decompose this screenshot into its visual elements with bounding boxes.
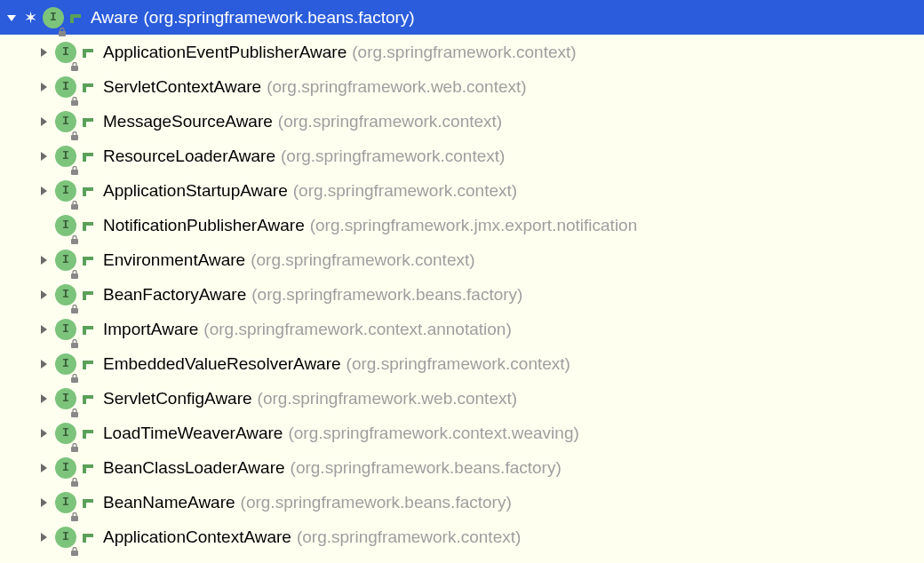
package-name-label: (org.springframework.context.annotation) [203,320,511,339]
tree-child-row[interactable]: IEmbeddedValueResolverAware(org.springfr… [0,346,924,381]
access-icon [80,218,96,234]
class-name-label: BeanNameAware [103,493,235,512]
interface-icon: I [55,42,76,63]
expand-arrow-icon[interactable] [36,116,52,127]
expand-arrow-icon[interactable] [36,47,52,58]
access-icon [80,287,96,303]
package-name-label: (org.springframework.context) [352,43,576,62]
access-icon [80,321,96,337]
interface-icon: I [55,250,76,271]
tree-child-row[interactable]: IBeanClassLoaderAware(org.springframewor… [0,450,924,485]
tree-child-row[interactable]: IBeanNameAware(org.springframework.beans… [0,485,924,519]
tree-child-row[interactable]: IServletConfigAware(org.springframework.… [0,381,924,416]
lock-icon [70,541,79,550]
svg-rect-5 [71,100,78,106]
expand-arrow-icon[interactable] [36,289,52,300]
svg-marker-29 [41,533,47,542]
svg-rect-14 [71,274,78,279]
tree-child-row[interactable]: IImportAware(org.springframework.context… [0,312,924,346]
package-name-label: (org.springframework.beans.factory) [241,493,512,512]
class-name-label: ServletConfigAware [103,389,252,408]
class-name-label: BeanFactoryAware [103,285,246,305]
expand-arrow-icon[interactable] [36,497,52,508]
tree-child-row[interactable]: IApplicationContextAware(org.springframe… [0,519,924,554]
access-icon [80,44,96,60]
expand-arrow-icon[interactable] [36,393,52,404]
expand-arrow-icon[interactable] [36,428,52,439]
tree-child-row[interactable]: IApplicationStartupAware(org.springframe… [0,173,924,208]
lock-icon [70,437,79,446]
lock-icon [70,402,79,411]
interface-icon: I [55,111,76,132]
package-name-label: (org.springframework.context) [281,147,505,166]
svg-rect-22 [71,412,78,417]
class-name-label: ApplicationEventPublisherAware [103,43,346,62]
tree-child-row[interactable]: IMessageSourceAware(org.springframework.… [0,104,924,139]
expand-arrow-icon[interactable] [36,82,52,92]
interface-icon: I [55,388,76,409]
expand-arrow-icon[interactable] [36,324,52,335]
expand-arrow-icon[interactable] [36,151,52,162]
tree-child-row[interactable]: IResourceLoaderAware(org.springframework… [0,139,924,173]
svg-marker-21 [41,394,47,403]
interface-icon: I [43,7,64,28]
interface-icon: I [55,457,76,479]
lock-icon [70,160,79,169]
tree-child-row[interactable]: IApplicationEventPublisherAware(org.spri… [0,35,924,69]
class-name-label: BeanClassLoaderAware [103,458,285,478]
expand-arrow-icon[interactable] [36,463,52,473]
interface-icon: I [55,180,76,202]
svg-marker-2 [41,48,47,57]
access-icon [80,114,96,130]
class-name-label: EmbeddedValueResolverAware [103,354,341,374]
access-icon [80,425,96,441]
expand-arrow-icon[interactable] [36,532,52,543]
access-icon [80,252,96,268]
package-name-label: (org.springframework.beans.factory) [291,458,562,478]
interface-icon: I [55,76,76,98]
svg-rect-11 [71,204,78,210]
class-name-label: NotificationPublisherAware [103,216,305,235]
svg-marker-13 [41,256,47,265]
svg-rect-24 [71,447,78,452]
expand-arrow-icon[interactable] [36,186,52,196]
svg-marker-10 [41,186,47,195]
class-name-label: ApplicationContextAware [103,527,291,547]
class-name-label: EnvironmentAware [103,250,245,270]
expand-arrow-icon[interactable] [36,359,52,369]
access-icon [80,183,96,199]
svg-marker-19 [41,360,47,369]
tree-root-row[interactable]: ✶ I Aware (org.springframework.beans.fac… [0,0,924,35]
class-name-label: ResourceLoaderAware [103,147,275,166]
interface-icon: I [55,423,76,444]
class-name-label: ServletContextAware [103,77,261,97]
tree-child-row[interactable]: ILoadTimeWeaverAware(org.springframework… [0,416,924,450]
svg-marker-4 [41,83,47,91]
tree-child-row[interactable]: IBeanFactoryAware(org.springframework.be… [0,277,924,312]
tree-child-row[interactable]: IServletContextAware(org.springframework… [0,69,924,104]
svg-rect-1 [59,31,66,36]
class-name-label: ImportAware [103,320,198,339]
tree-child-row[interactable]: IEnvironmentAware(org.springframework.co… [0,242,924,277]
svg-rect-20 [71,377,78,383]
children-container: IApplicationEventPublisherAware(org.spri… [0,35,924,554]
lock-icon [70,194,79,203]
lock-icon [70,229,79,238]
expand-arrow-icon[interactable] [4,12,20,23]
lock-icon [70,56,79,65]
svg-marker-15 [41,290,47,299]
svg-marker-23 [41,429,47,438]
tree-child-row[interactable]: INotificationPublisherAware(org.springfr… [0,208,924,242]
expand-arrow-icon[interactable] [36,255,52,266]
access-icon [80,356,96,372]
svg-rect-30 [71,551,78,556]
svg-marker-27 [41,498,47,507]
class-name-label: MessageSourceAware [103,112,273,131]
lock-icon [70,472,79,480]
interface-icon: I [55,353,76,375]
access-icon [80,460,96,476]
interface-icon: I [55,146,76,167]
package-name-label: (org.springframework.context) [297,527,521,547]
lock-icon [70,125,79,134]
lock-icon [58,21,67,30]
